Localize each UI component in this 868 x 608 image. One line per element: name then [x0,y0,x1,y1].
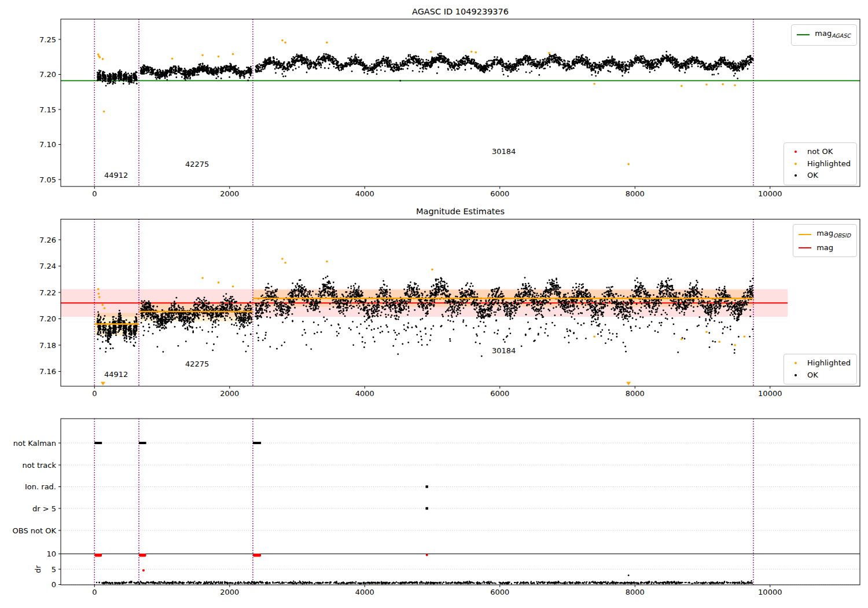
x-tick-label: 10000 [758,389,782,398]
obsid-annotation: 42275 [185,160,209,169]
orange-dot-icon [789,362,803,364]
legend-item-highlighted-2: Highlighted [789,357,851,369]
event-row-label: OBS not OK [13,526,57,535]
black-dot-icon [789,174,803,177]
black-dot-icon [789,374,803,376]
legend-item-mag: mag [798,242,851,254]
x-tick-label: 6000 [490,389,509,398]
event-row-label: dr > 5 [32,504,56,513]
y-tick-label: 7.20 [39,314,56,323]
y-tick-label: 7.18 [39,341,56,350]
legend-mag-lines: magOBSID mag [793,224,857,257]
dr-points [96,580,753,584]
clipped-low-point-marker [626,382,631,386]
x-tick-label: 8000 [626,189,645,198]
plot1-title: AGASC ID 1049239376 [61,7,860,16]
y-tick-label: 7.10 [39,140,56,149]
dr-tick-label: 10 [46,550,56,558]
x-tick-label: 6000 [490,588,509,596]
x-tick-label: 4000 [355,588,374,596]
y-tick-label: 7.22 [39,288,56,297]
axes-frame [61,419,860,585]
legend-label: magOBSID [816,228,851,242]
axes-frame [61,19,860,186]
legend-item-mag-obsid: magOBSID [798,228,851,242]
legend-label: mag [816,242,833,254]
y-tick-label: 7.05 [39,175,56,184]
x-tick-label: 2000 [220,189,239,198]
x-tick-label: 0 [92,389,97,398]
x-tick-label: 10000 [758,588,782,596]
not-kalman-flag [94,442,102,444]
not-kalman-flag [253,442,261,444]
x-tick-label: 10000 [758,189,782,198]
x-tick-label: 8000 [626,588,645,596]
figure: 44912422753018402000400060008000100007.0… [0,0,868,608]
x-tick-label: 0 [92,588,97,596]
legend-label: Highlighted [807,158,851,170]
obsid-annotation: 30184 [492,147,516,156]
legend-item-not-ok: not OK [789,146,851,158]
orange-line-icon [798,234,812,235]
event-row-label: Ion. rad. [25,482,56,491]
x-tick-label: 2000 [220,588,239,596]
obsid-annotation: 30184 [492,346,516,355]
x-tick-label: 6000 [490,189,509,198]
legend-label: magAGASC [815,28,851,42]
dr-not-ok-point [426,554,428,556]
clipped-low-point-marker [101,382,105,386]
legend-item-ok-2: OK [789,369,851,382]
dr-not-ok-cluster [139,554,146,557]
y-tick-label: 7.25 [39,35,56,44]
dr-not-ok-point [142,569,145,572]
y-tick-label: 7.16 [39,367,56,376]
orange-dot-icon [789,163,803,165]
x-tick-label: 4000 [355,189,374,198]
dr-tick-label: 0 [52,580,56,589]
legend-label: OK [807,170,818,182]
red-dot-icon [789,151,803,153]
x-tick-label: 4000 [355,389,374,398]
not-kalman-flag [139,442,146,444]
dr-tick-label: 5 [52,565,56,574]
dr-not-ok-cluster [253,554,261,557]
x-tick-label: 8000 [626,389,645,398]
legend-item-mag-agasc: magAGASC [796,28,851,42]
x-tick-label: 2000 [220,389,239,398]
event-row-label: not Kalman [13,439,56,448]
legend-label: Highlighted [807,357,851,369]
legend-mag-agasc: magAGASC [791,24,857,46]
x-tick-label: 0 [92,189,97,198]
y-tick-label: 7.24 [39,262,56,270]
plot2-title: Magnitude Estimates [61,207,860,216]
ion-rad-flag [426,485,428,488]
legend-item-highlighted: Highlighted [789,158,851,170]
red-line-icon [798,247,812,248]
dr5-flag [426,507,428,510]
event-row-label: not track [22,461,56,470]
figure-canvas: 44912422753018402000400060008000100007.0… [0,0,868,608]
dr-axis-label: dr [34,565,42,573]
dr-not-ok-cluster [94,554,102,557]
y-tick-label: 7.26 [39,236,56,244]
legend-point-types: not OK Highlighted OK [784,142,857,185]
legend-label: not OK [807,146,833,158]
obsid-annotation: 42275 [185,360,209,368]
y-tick-label: 7.15 [39,105,56,114]
dr-outlier-point [628,574,630,576]
legend-label: OK [807,369,818,382]
obsid-annotation: 44912 [104,370,128,379]
obsid-annotation: 44912 [104,171,128,180]
legend-item-ok: OK [789,170,851,182]
legend-point-types-2: Highlighted OK [784,354,857,384]
green-line-icon [796,34,810,35]
y-tick-label: 7.20 [39,70,56,79]
